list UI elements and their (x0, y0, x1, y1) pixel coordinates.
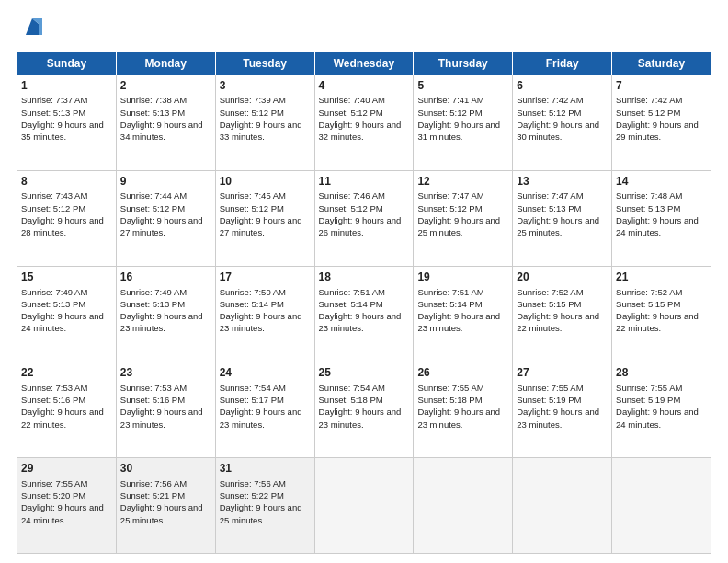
sunrise-text: Sunrise: 7:38 AM (120, 95, 187, 105)
day-number: 9 (120, 174, 211, 190)
sunset-text: Sunset: 5:13 PM (517, 203, 581, 213)
daylight-text: Daylight: 9 hours and 25 minutes. (120, 502, 203, 524)
sunrise-text: Sunrise: 7:49 AM (21, 287, 87, 297)
daylight-text: Daylight: 9 hours and 23 minutes. (220, 311, 302, 333)
sunset-text: Sunset: 5:12 PM (417, 108, 482, 118)
sunset-text: Sunset: 5:12 PM (517, 108, 581, 118)
day-number: 7 (616, 78, 707, 94)
sunset-text: Sunset: 5:13 PM (21, 299, 85, 309)
day-number: 21 (616, 270, 707, 285)
sunset-text: Sunset: 5:21 PM (120, 490, 185, 500)
daylight-text: Daylight: 9 hours and 23 minutes. (120, 311, 203, 333)
day-number: 2 (120, 78, 211, 94)
daylight-text: Daylight: 9 hours and 33 minutes. (220, 120, 302, 142)
calendar-cell: 29Sunrise: 7:55 AMSunset: 5:20 PMDayligh… (17, 457, 117, 553)
daylight-text: Daylight: 9 hours and 28 minutes. (21, 215, 104, 237)
dow-header-saturday: Saturday (612, 52, 711, 75)
calendar-cell: 10Sunrise: 7:45 AMSunset: 5:12 PMDayligh… (215, 170, 314, 266)
calendar-cell: 26Sunrise: 7:55 AMSunset: 5:18 PMDayligh… (414, 362, 513, 457)
sunset-text: Sunset: 5:20 PM (21, 490, 85, 500)
sunset-text: Sunset: 5:14 PM (220, 299, 284, 309)
daylight-text: Daylight: 9 hours and 27 minutes. (120, 215, 203, 237)
sunrise-text: Sunrise: 7:50 AM (220, 287, 286, 297)
sunset-text: Sunset: 5:15 PM (517, 299, 581, 309)
sunset-text: Sunset: 5:13 PM (120, 299, 185, 309)
day-number: 5 (417, 78, 508, 94)
day-number: 28 (616, 365, 707, 381)
day-number: 1 (21, 78, 112, 94)
sunset-text: Sunset: 5:14 PM (417, 299, 482, 309)
daylight-text: Daylight: 9 hours and 23 minutes. (517, 407, 599, 429)
calendar-cell: 30Sunrise: 7:56 AMSunset: 5:21 PMDayligh… (116, 457, 215, 553)
sunrise-text: Sunrise: 7:44 AM (120, 190, 187, 201)
calendar-cell: 24Sunrise: 7:54 AMSunset: 5:17 PMDayligh… (215, 362, 314, 457)
calendar-cell: 1Sunrise: 7:37 AMSunset: 5:13 PMDaylight… (17, 75, 117, 170)
calendar-cell: 27Sunrise: 7:55 AMSunset: 5:19 PMDayligh… (513, 362, 612, 457)
daylight-text: Daylight: 9 hours and 26 minutes. (319, 215, 402, 237)
day-number: 13 (517, 174, 608, 190)
sunset-text: Sunset: 5:15 PM (616, 299, 680, 309)
sunrise-text: Sunrise: 7:54 AM (220, 383, 286, 393)
daylight-text: Daylight: 9 hours and 32 minutes. (319, 120, 402, 142)
sunrise-text: Sunrise: 7:42 AM (517, 95, 583, 105)
calendar-cell: 11Sunrise: 7:46 AMSunset: 5:12 PMDayligh… (314, 170, 414, 266)
dow-header-tuesday: Tuesday (215, 52, 314, 75)
calendar-cell: 16Sunrise: 7:49 AMSunset: 5:13 PMDayligh… (116, 266, 215, 362)
sunrise-text: Sunrise: 7:42 AM (616, 95, 682, 105)
sunset-text: Sunset: 5:19 PM (517, 395, 581, 405)
sunrise-text: Sunrise: 7:55 AM (517, 383, 583, 393)
calendar-cell: 4Sunrise: 7:40 AMSunset: 5:12 PMDaylight… (314, 75, 414, 170)
sunset-text: Sunset: 5:12 PM (417, 203, 482, 213)
day-number: 3 (220, 78, 311, 94)
daylight-text: Daylight: 9 hours and 25 minutes. (220, 502, 302, 524)
daylight-text: Daylight: 9 hours and 25 minutes. (517, 215, 599, 237)
calendar-cell (513, 457, 612, 553)
sunset-text: Sunset: 5:12 PM (120, 203, 185, 213)
sunset-text: Sunset: 5:13 PM (616, 203, 680, 213)
daylight-text: Daylight: 9 hours and 24 minutes. (616, 215, 699, 237)
day-number: 25 (319, 365, 410, 381)
daylight-text: Daylight: 9 hours and 23 minutes. (319, 311, 402, 333)
day-number: 31 (220, 461, 311, 477)
daylight-text: Daylight: 9 hours and 22 minutes. (616, 311, 699, 333)
daylight-text: Daylight: 9 hours and 27 minutes. (220, 215, 302, 237)
day-number: 11 (319, 174, 410, 190)
calendar-cell: 31Sunrise: 7:56 AMSunset: 5:22 PMDayligh… (215, 457, 314, 553)
sunrise-text: Sunrise: 7:55 AM (616, 383, 682, 393)
dow-header-sunday: Sunday (17, 52, 117, 75)
sunrise-text: Sunrise: 7:52 AM (616, 287, 682, 297)
sunrise-text: Sunrise: 7:49 AM (120, 287, 187, 297)
daylight-text: Daylight: 9 hours and 29 minutes. (616, 120, 699, 142)
calendar-cell: 2Sunrise: 7:38 AMSunset: 5:13 PMDaylight… (116, 75, 215, 170)
sunset-text: Sunset: 5:12 PM (319, 108, 383, 118)
daylight-text: Daylight: 9 hours and 30 minutes. (517, 120, 599, 142)
daylight-text: Daylight: 9 hours and 22 minutes. (21, 407, 104, 429)
day-number: 27 (517, 365, 608, 381)
sunrise-text: Sunrise: 7:39 AM (220, 95, 286, 105)
calendar-cell: 28Sunrise: 7:55 AMSunset: 5:19 PMDayligh… (612, 362, 711, 457)
sunset-text: Sunset: 5:22 PM (220, 490, 284, 500)
daylight-text: Daylight: 9 hours and 22 minutes. (517, 311, 599, 333)
daylight-text: Daylight: 9 hours and 24 minutes. (21, 311, 104, 333)
day-number: 20 (517, 270, 608, 285)
day-number: 6 (517, 78, 608, 94)
calendar-cell: 8Sunrise: 7:43 AMSunset: 5:12 PMDaylight… (17, 170, 117, 266)
day-number: 19 (417, 270, 508, 285)
calendar-cell: 14Sunrise: 7:48 AMSunset: 5:13 PMDayligh… (612, 170, 711, 266)
sunrise-text: Sunrise: 7:55 AM (21, 478, 87, 488)
calendar-cell: 5Sunrise: 7:41 AMSunset: 5:12 PMDaylight… (414, 75, 513, 170)
sunrise-text: Sunrise: 7:53 AM (21, 383, 87, 393)
sunrise-text: Sunrise: 7:43 AM (21, 190, 87, 201)
sunset-text: Sunset: 5:12 PM (220, 203, 284, 213)
sunset-text: Sunset: 5:13 PM (21, 108, 85, 118)
calendar-cell (414, 457, 513, 553)
daylight-text: Daylight: 9 hours and 23 minutes. (417, 311, 500, 333)
calendar-cell: 7Sunrise: 7:42 AMSunset: 5:12 PMDaylight… (612, 75, 711, 170)
calendar-cell: 3Sunrise: 7:39 AMSunset: 5:12 PMDaylight… (215, 75, 314, 170)
sunset-text: Sunset: 5:19 PM (616, 395, 680, 405)
daylight-text: Daylight: 9 hours and 23 minutes. (319, 407, 402, 429)
calendar-cell: 25Sunrise: 7:54 AMSunset: 5:18 PMDayligh… (314, 362, 414, 457)
dow-header-wednesday: Wednesday (314, 52, 414, 75)
sunrise-text: Sunrise: 7:45 AM (220, 190, 286, 201)
sunset-text: Sunset: 5:16 PM (120, 395, 185, 405)
